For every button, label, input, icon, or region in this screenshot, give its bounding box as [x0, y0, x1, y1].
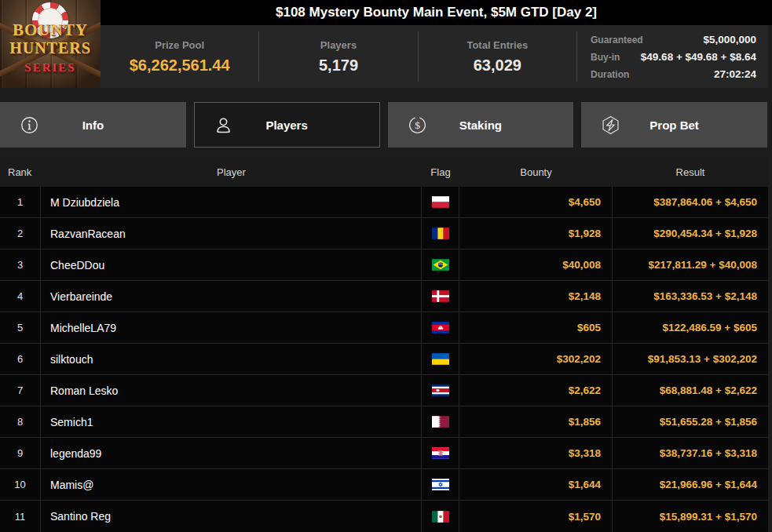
- flag-costa-rica-icon: [432, 384, 449, 396]
- flag-qatar-icon: [432, 416, 449, 428]
- stat-label: Prize Pool: [155, 39, 204, 51]
- flag-cell: [422, 469, 459, 500]
- table-body: 1 M Dziubdziela $4,650 $387,864.06 + $4,…: [0, 187, 768, 532]
- tab-prop-bet[interactable]: Prop Bet: [581, 102, 767, 148]
- detail-duration: Duration 27:02:24: [591, 68, 756, 80]
- tournament-title-text: $108 Mystery Bounty Main Event, $5M GTD …: [276, 5, 597, 20]
- rank-cell: 4: [0, 281, 41, 312]
- column-header-flag: Flag: [422, 166, 459, 178]
- flag-israel-icon: [432, 479, 449, 490]
- flag-cell: [422, 312, 459, 343]
- flag-cell: [422, 218, 459, 249]
- flag-cell: [422, 438, 459, 468]
- flag-croatia-icon: [432, 447, 449, 459]
- detail-value: $5,000,000: [703, 34, 756, 46]
- bounty-value: $1,856: [459, 406, 613, 437]
- bounty-value: $40,008: [459, 250, 613, 280]
- result-value: $217,811.29 + $40,008: [613, 250, 768, 280]
- stat-value: $6,262,561.44: [130, 56, 230, 75]
- stat-value: 5,179: [319, 56, 358, 75]
- flag-ukraine-icon: [432, 353, 449, 365]
- info-icon: [19, 115, 40, 136]
- column-header-rank: Rank: [0, 166, 41, 178]
- stats-bar: Prize Pool $6,262,561.44 Players 5,179 T…: [101, 25, 768, 88]
- detail-value: 27:02:24: [714, 68, 756, 80]
- bounty-hunters-series-logo: BOUNTY HUNTERS SERIES: [0, 0, 101, 88]
- rank-cell: 6: [0, 344, 41, 374]
- flag-cell: [422, 344, 459, 374]
- table-row: 4 Vierbareinde $2,148 $163,336.53 + $2,1…: [0, 281, 768, 312]
- flag-denmark-icon: [432, 290, 449, 302]
- result-value: $91,853.13 + $302,202: [613, 344, 768, 374]
- players-icon: [213, 115, 234, 136]
- table-row: 3 CheeDDou $40,008 $217,811.29 + $40,008: [0, 250, 768, 281]
- tab-staking[interactable]: $ Staking: [388, 102, 574, 148]
- detail-label: Duration: [591, 69, 629, 80]
- result-value: $122,486.59 + $605: [613, 312, 768, 343]
- result-value: $163,336.53 + $2,148: [613, 281, 768, 312]
- logo-word-hunters: HUNTERS: [0, 39, 101, 57]
- flag-poland-icon: [432, 196, 449, 208]
- player-name: RazvanRacean: [41, 218, 422, 249]
- player-name: Mamis@: [41, 469, 422, 500]
- flag-romania-icon: [432, 228, 449, 239]
- stat-total-entries: Total Entries 63,029: [419, 31, 577, 82]
- table-row: 2 RazvanRacean $1,928 $290,454.34 + $1,9…: [0, 218, 768, 250]
- player-name: MichelleLA79: [41, 312, 422, 343]
- player-name: silktouch: [41, 344, 422, 374]
- detail-buy-in: Buy-in $49.68 + $49.68 + $8.64: [591, 51, 756, 63]
- logo-word-series: SERIES: [0, 60, 101, 75]
- flag-cambodia-icon: [432, 322, 449, 333]
- flag-cell: [422, 501, 459, 532]
- flag-cell: [422, 250, 459, 280]
- rank-cell: 1: [0, 187, 41, 217]
- stat-label: Players: [320, 39, 357, 51]
- player-name: Vierbareinde: [41, 281, 422, 312]
- detail-label: Buy-in: [591, 52, 620, 63]
- rank-cell: 5: [0, 312, 41, 343]
- player-name: CheeDDou: [41, 250, 422, 280]
- stat-players: Players 5,179: [259, 31, 418, 82]
- result-value: $38,737.16 + $3,318: [613, 438, 768, 468]
- column-header-result: Result: [613, 166, 768, 178]
- tab-info[interactable]: Info: [0, 102, 186, 148]
- table-row: 10 Mamis@ $1,644 $21,966.96 + $1,644: [0, 469, 768, 501]
- player-name: Semich1: [41, 406, 422, 437]
- result-value: $387,864.06 + $4,650: [613, 187, 768, 217]
- player-name: Santino Reg: [41, 501, 422, 532]
- result-value: $21,966.96 + $1,644: [613, 469, 768, 500]
- tab-players[interactable]: Players: [194, 102, 380, 148]
- rank-cell: 2: [0, 218, 41, 249]
- column-header-bounty: Bounty: [459, 166, 613, 178]
- players-table: RankPlayerFlagBountyResult 1 M Dziubdzie…: [0, 157, 768, 532]
- lobby-header: BOUNTY HUNTERS SERIES $108 Mystery Bount…: [0, 0, 772, 88]
- detail-label: Guaranteed: [591, 35, 643, 46]
- stat-prize-pool: Prize Pool $6,262,561.44: [101, 31, 259, 82]
- stat-value: 63,029: [474, 56, 521, 75]
- bounty-value: $1,570: [459, 501, 613, 532]
- rank-cell: 10: [0, 469, 41, 500]
- bounty-value: $3,318: [459, 438, 613, 468]
- lobby-tabs: Info Players $ Staking Prop Bet: [0, 102, 767, 148]
- bounty-value: $302,202: [459, 344, 613, 374]
- table-row: 5 MichelleLA79 $605 $122,486.59 + $605: [0, 312, 768, 344]
- flag-cell: [422, 375, 459, 406]
- table-row: 11 Santino Reg $1,570 $15,899.31 + $1,57…: [0, 501, 768, 532]
- rank-cell: 3: [0, 250, 41, 280]
- bounty-value: $605: [459, 312, 613, 343]
- prop-bet-icon: [600, 115, 621, 136]
- rank-cell: 8: [0, 406, 41, 437]
- bounty-value: $2,148: [459, 281, 613, 312]
- rank-cell: 11: [0, 501, 41, 532]
- rank-cell: 9: [0, 438, 41, 468]
- result-value: $290,454.34 + $1,928: [613, 218, 768, 249]
- result-value: $15,899.31 + $1,570: [613, 501, 768, 532]
- rank-cell: 7: [0, 375, 41, 406]
- player-name: Roman Lesko: [41, 375, 422, 406]
- flag-cell: [422, 406, 459, 437]
- table-row: 9 legenda99 $3,318 $38,737.16 + $3,318: [0, 438, 768, 469]
- player-name: legenda99: [41, 438, 422, 468]
- tournament-title: $108 Mystery Bounty Main Event, $5M GTD …: [101, 0, 772, 25]
- result-value: $68,881.48 + $2,622: [613, 375, 768, 406]
- bounty-value: $2,622: [459, 375, 613, 406]
